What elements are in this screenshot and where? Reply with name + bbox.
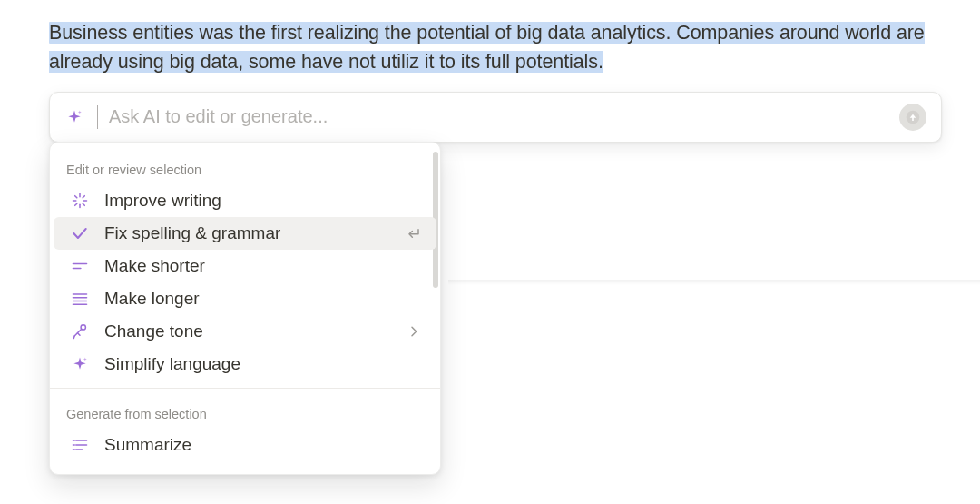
menu-item-make-shorter[interactable]: Make shorter xyxy=(54,250,436,282)
menu-label: Make longer xyxy=(104,289,424,309)
ai-actions-menu: Edit or review selection Improve writing… xyxy=(49,142,441,475)
arrow-up-icon xyxy=(906,110,920,124)
menu-label: Make shorter xyxy=(104,256,424,276)
text-cursor xyxy=(97,105,98,129)
ai-input-bar[interactable] xyxy=(49,92,942,143)
section-header-edit: Edit or review selection xyxy=(50,152,440,184)
menu-label: Summarize xyxy=(104,435,424,455)
selected-text-block: Business entities was the first realizin… xyxy=(0,0,980,81)
menu-divider xyxy=(50,388,440,389)
short-lines-icon xyxy=(70,256,90,276)
sparkle-icon xyxy=(70,354,90,374)
menu-label: Simplify language xyxy=(104,354,424,374)
summary-lines-icon xyxy=(70,435,90,455)
sparkle-icon xyxy=(64,107,84,127)
svg-line-18 xyxy=(78,333,81,336)
menu-item-improve-writing[interactable]: Improve writing xyxy=(54,184,436,217)
menu-item-simplify-language[interactable]: Simplify language xyxy=(54,348,436,380)
chevron-right-icon xyxy=(404,321,424,341)
menu-item-fix-spelling-grammar[interactable]: Fix spelling & grammar xyxy=(54,217,436,250)
menu-label: Fix spelling & grammar xyxy=(104,223,389,243)
svg-line-7 xyxy=(75,203,77,205)
magic-wand-icon xyxy=(70,191,90,211)
svg-line-6 xyxy=(83,203,84,205)
svg-line-5 xyxy=(75,196,77,198)
menu-item-make-longer[interactable]: Make longer xyxy=(54,282,436,315)
ai-prompt-input[interactable] xyxy=(109,106,887,127)
svg-line-17 xyxy=(74,336,74,339)
microphone-icon xyxy=(70,321,90,341)
check-icon xyxy=(70,223,90,243)
svg-line-8 xyxy=(83,196,84,198)
long-lines-icon xyxy=(70,289,90,309)
send-button[interactable] xyxy=(899,104,926,131)
menu-item-change-tone[interactable]: Change tone xyxy=(54,315,436,348)
enter-key-icon xyxy=(404,223,424,243)
page-edge-shadow xyxy=(448,280,980,285)
menu-label: Change tone xyxy=(104,321,389,341)
highlighted-text[interactable]: Business entities was the first realizin… xyxy=(49,22,925,73)
menu-item-summarize[interactable]: Summarize xyxy=(54,429,436,461)
section-header-generate: Generate from selection xyxy=(50,396,440,429)
menu-label: Improve writing xyxy=(104,191,424,211)
